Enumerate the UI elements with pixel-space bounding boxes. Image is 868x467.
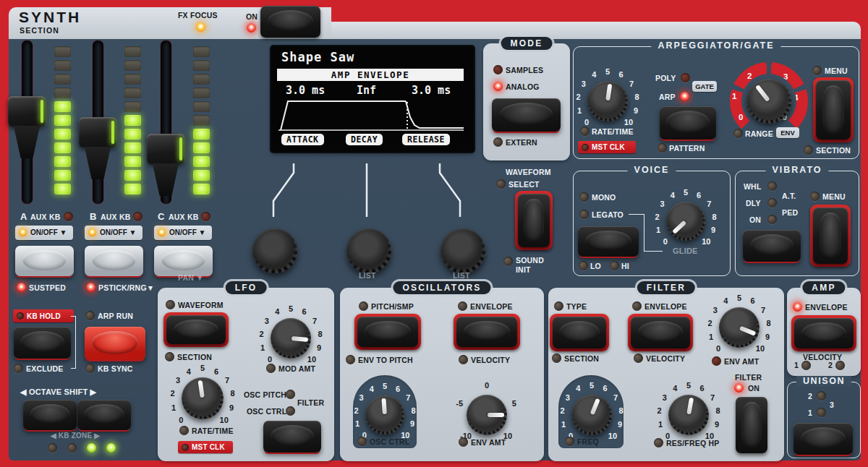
- lfo-dest-button[interactable]: [263, 421, 321, 453]
- kb-hold-label: KB HOLD: [27, 312, 61, 320]
- amp-velocity-2-led: [835, 361, 845, 370]
- pattern-label: PATTERN: [669, 144, 705, 153]
- lfo-mod-amt-knob[interactable]: 012345678910: [271, 318, 311, 359]
- osc-env-amt-knob[interactable]: -10-50510: [467, 395, 507, 435]
- osc-env-amt-label: ENV AMT: [471, 438, 506, 447]
- fader-c[interactable]: [147, 134, 184, 196]
- display-banner: AMP ENVELOPE: [277, 69, 464, 81]
- unison-2-led: [817, 391, 826, 400]
- lfo-waveform-button[interactable]: [166, 315, 226, 344]
- freq-label: FREQ: [577, 437, 599, 446]
- lfo-title: LFO: [226, 281, 267, 294]
- unison-button[interactable]: [793, 423, 853, 455]
- soft-encoder-1[interactable]: [252, 228, 297, 273]
- aux-b-onoff[interactable]: ON/OFF ▼: [85, 226, 142, 240]
- octave-up-button[interactable]: [77, 400, 131, 430]
- vibrato-menu-label: MENU: [822, 192, 846, 201]
- lfo-section-label: SECTION: [177, 353, 212, 361]
- osc-envelope-button[interactable]: [456, 317, 517, 347]
- soft-encoder-3[interactable]: [441, 228, 485, 273]
- exclude-led: [14, 364, 23, 373]
- synth-on-button[interactable]: [260, 6, 320, 38]
- lfo-mst-clk-label: MST CLK: [192, 443, 225, 451]
- aux-c-onoff[interactable]: ON/OFF ▼: [154, 226, 212, 240]
- legato-bracket-1: [629, 214, 644, 252]
- lfo-mst-clk-led: [182, 444, 189, 451]
- kb-hold-button[interactable]: [14, 327, 71, 359]
- arp-menu-label: MENU: [825, 67, 848, 75]
- lo-led: [579, 261, 588, 270]
- filter-velocity-led: [634, 354, 643, 363]
- vibrato-menu-button[interactable]: [813, 207, 848, 264]
- aux-a-label: AUX KB: [30, 213, 60, 221]
- amp-envelope-button[interactable]: [794, 318, 854, 348]
- voice-title: VOICE: [628, 165, 676, 175]
- display-attack-value: 3.0 ms: [286, 84, 325, 97]
- fader-a[interactable]: [8, 96, 46, 158]
- amp-panel: AMP ENVELOPE VELOCITY 1 2: [787, 288, 861, 376]
- page-subtitle: SECTION: [20, 26, 59, 35]
- hi-led: [610, 261, 619, 270]
- filter-section-label: SECTION: [564, 354, 599, 363]
- lfo-rate-knob[interactable]: 012345678910: [182, 377, 224, 419]
- poly-label: POLY: [655, 74, 676, 82]
- lfo-mod-amt-led: [266, 364, 276, 373]
- filter-velocity-label: VELOCITY: [646, 354, 685, 363]
- osc-envelope-label: ENVELOPE: [470, 302, 513, 311]
- filter-type-button[interactable]: [553, 317, 606, 348]
- amp-velocity-1-led: [801, 361, 811, 370]
- arp-range-knob[interactable]: [746, 79, 791, 124]
- arp-menu-led: [812, 66, 822, 75]
- filter-type-frame: [550, 314, 609, 351]
- arp-run-button[interactable]: [85, 327, 145, 360]
- lfo-waveform-led: [166, 300, 175, 309]
- arp-section-button[interactable]: [816, 80, 851, 140]
- fader-b[interactable]: [79, 117, 116, 179]
- soft-encoder-2[interactable]: [346, 228, 391, 273]
- filter-env-amt-knob[interactable]: 012345678910: [719, 307, 760, 348]
- aux-b-letter: B: [90, 211, 97, 222]
- freq-knob[interactable]: 012345678910: [571, 395, 612, 435]
- vibrato-on-label: ON: [749, 215, 761, 224]
- unison-3-label: 3: [830, 400, 834, 409]
- arp-rate-knob[interactable]: 012345678910: [587, 81, 628, 121]
- kb-sync-led: [85, 364, 95, 373]
- env-to-pitch-led: [346, 355, 355, 364]
- at-label: A.T.: [782, 192, 796, 200]
- filter-envelope-button[interactable]: [631, 317, 690, 348]
- arp-pattern-button[interactable]: [660, 106, 716, 140]
- waveform-select-button[interactable]: [518, 194, 550, 247]
- lfo-rate-led: [179, 426, 189, 435]
- osc-pitch-button[interactable]: [357, 317, 418, 347]
- lfo-osc-ctrl-led: [286, 406, 295, 416]
- vibrato-button[interactable]: [743, 230, 801, 262]
- amp-envelope-frame: [791, 315, 856, 351]
- mode-panel: MODE SAMPLES ANALOG EXTERN: [483, 43, 570, 160]
- aux-b-button[interactable]: [85, 246, 143, 276]
- lfo-osc-ctrl-label: OSC CTRL: [247, 407, 286, 416]
- level-meter-b: [124, 46, 141, 194]
- octave-down-button[interactable]: [23, 400, 77, 430]
- osc-velocity-label: VELOCITY: [471, 356, 510, 364]
- glide-knob[interactable]: 012345678910: [666, 202, 705, 241]
- pattern-led: [658, 143, 667, 153]
- filter-on-button[interactable]: [736, 397, 767, 453]
- amp-envelope-led: [793, 302, 802, 312]
- filter-type-led: [554, 301, 563, 311]
- aux-a-button[interactable]: [15, 246, 74, 276]
- aux-c-button[interactable]: [154, 246, 213, 276]
- mono-led: [579, 192, 589, 202]
- kb-zone-led-3: [87, 443, 96, 453]
- unison-1-label: 1: [808, 408, 812, 417]
- osc-ctrl-knob[interactable]: 012345678910: [365, 395, 404, 434]
- aux-a-onoff[interactable]: ON/OFF ▼: [15, 226, 73, 240]
- lfo-mod-amt-label: MOD AMT: [278, 364, 315, 373]
- aux-a-onoff-led: [19, 228, 27, 236]
- osc-envelope-frame: [454, 314, 520, 350]
- mono-label: MONO: [592, 193, 616, 202]
- on-label: ON: [246, 12, 258, 21]
- res-knob[interactable]: 012345678910: [668, 395, 709, 435]
- ped-label: PED: [782, 208, 798, 217]
- sustped-label: SUSTPED: [29, 283, 66, 292]
- mode-button[interactable]: [492, 98, 561, 132]
